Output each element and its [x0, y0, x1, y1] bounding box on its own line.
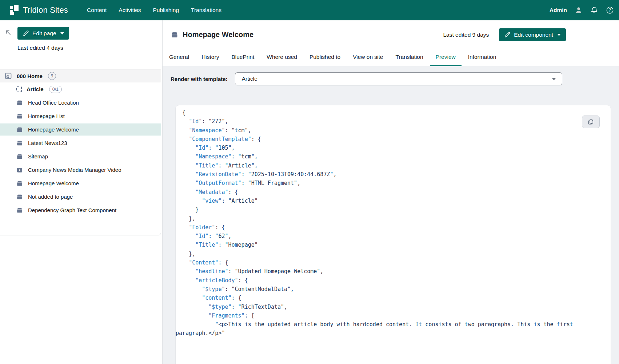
nav-item-content[interactable]: Content [87, 7, 107, 13]
tree-item-label: Homepage List [28, 113, 65, 119]
chevron-down-icon [552, 78, 556, 80]
tree-item-label: Sitemap [28, 153, 48, 159]
child-count-badge: 9 [48, 72, 56, 80]
component-icon [16, 99, 23, 106]
component-icon [16, 207, 23, 214]
page-structure-tree: 000 Home 9 Article 0/1 Head Office Locat… [0, 69, 161, 235]
tab-general[interactable]: General [163, 54, 195, 66]
tree-item-label: Latest News123 [28, 140, 67, 146]
edit-component-label: Edit component [514, 32, 553, 38]
template-dropdown[interactable]: Article [235, 72, 562, 85]
nav-item-publishing[interactable]: Publishing [153, 7, 179, 13]
chevron-down-icon [557, 34, 561, 36]
tab-published-to[interactable]: Published to [304, 54, 346, 66]
user-name[interactable]: Admin [550, 7, 567, 13]
tree-item-head-office-location[interactable]: Head Office Location [0, 96, 161, 109]
copy-icon [587, 118, 595, 126]
component-detail-panel: Homepage Welcome Last edited 9 days Edit… [163, 20, 619, 364]
nav-item-activities[interactable]: Activities [119, 7, 141, 13]
edit-component-button[interactable]: Edit component [499, 28, 566, 41]
region-icon [16, 86, 22, 92]
tree-item-label: Not added to page [28, 194, 73, 200]
tree-item-label: Homepage Welcome [28, 126, 79, 133]
tree-item-000-home[interactable]: 000 Home 9 [0, 69, 161, 82]
region-count-badge: 0/1 [49, 86, 62, 93]
tridion-logo-icon [10, 4, 20, 16]
tree-item-label: Company News Media Manager Video [28, 167, 121, 173]
primary-nav: Content Activities Publishing Translatio… [87, 7, 221, 13]
component-icon [171, 31, 179, 39]
tree-item-label: Dependency Graph Text Component [28, 207, 116, 213]
tree-item-homepage-list[interactable]: Homepage List [0, 109, 161, 123]
template-dropdown-value: Article [242, 76, 257, 82]
component-icon [16, 126, 23, 133]
page-icon [5, 72, 12, 80]
top-navigation-bar: Tridion Sites Content Activities Publish… [0, 0, 619, 20]
pencil-icon [23, 30, 29, 37]
page-last-edited: Last edited 4 days [17, 45, 63, 51]
notifications-bell-icon[interactable] [590, 6, 598, 14]
tree-item-sitemap[interactable]: Sitemap [0, 150, 161, 163]
component-icon [16, 139, 23, 147]
brand-name: Tridion Sites [23, 5, 68, 15]
component-last-edited: Last edited 9 days [443, 32, 489, 38]
tab-view-on-site[interactable]: View on site [347, 54, 389, 66]
tab-blueprint[interactable]: BluePrint [225, 54, 260, 66]
video-component-icon [16, 166, 23, 174]
tab-information[interactable]: Information [462, 54, 502, 66]
edit-page-label: Edit page [32, 30, 56, 37]
tab-history[interactable]: History [196, 54, 225, 66]
copy-button[interactable] [582, 116, 600, 128]
page-sidebar: Edit page Last edited 4 days 000 Home 9 … [0, 20, 163, 364]
render-with-template-label: Render with template: [171, 76, 228, 82]
user-avatar-icon[interactable] [575, 6, 583, 14]
tree-item-label: 000 Home [17, 73, 43, 79]
tree-item-label: Homepage Welcome [28, 180, 79, 186]
tree-item-label: Article [27, 86, 44, 92]
nav-item-translations[interactable]: Translations [191, 7, 221, 13]
tab-where-used[interactable]: Where used [261, 54, 303, 66]
chevron-down-icon [60, 32, 64, 35]
component-icon [16, 153, 23, 160]
tree-item-company-news-video[interactable]: Company News Media Manager Video [0, 163, 161, 177]
tree-item-homepage-welcome-2[interactable]: Homepage Welcome [0, 177, 161, 190]
help-icon[interactable]: ? [606, 6, 614, 14]
tree-item-dependency-graph-text[interactable]: Dependency Graph Text Component [0, 203, 161, 217]
tree-item-label: Head Office Location [28, 100, 79, 106]
edit-page-button[interactable]: Edit page [17, 27, 69, 40]
pencil-icon [504, 32, 511, 38]
tree-item-homepage-welcome-selected[interactable]: Homepage Welcome [0, 123, 161, 136]
sidebar-divider [0, 62, 162, 62]
svg-text:?: ? [609, 8, 611, 13]
preview-output-card: { "Id": "272", "Namespace": "tcm", "Comp… [175, 105, 611, 364]
component-tabs: General History BluePrint Where used Pub… [163, 54, 502, 66]
tab-preview[interactable]: Preview [430, 54, 462, 66]
tree-item-article-region[interactable]: Article 0/1 [0, 82, 161, 96]
tree-item-latest-news123[interactable]: Latest News123 [0, 136, 161, 150]
preview-tab-content: Render with template: Article { "Id": "2… [163, 66, 619, 364]
preview-json-code[interactable]: { "Id": "272", "Namespace": "tcm", "Comp… [176, 105, 611, 352]
collapse-panel-arrow-icon[interactable] [5, 29, 12, 36]
page-title: Homepage Welcome [183, 31, 253, 39]
tab-translation[interactable]: Translation [390, 54, 429, 66]
tree-item-not-added-to-page[interactable]: Not added to page [0, 190, 161, 203]
component-icon [16, 180, 23, 187]
brand[interactable]: Tridion Sites [10, 4, 68, 16]
component-icon [16, 113, 23, 120]
component-icon [16, 193, 23, 201]
topbar-right: Admin ? [550, 6, 614, 14]
